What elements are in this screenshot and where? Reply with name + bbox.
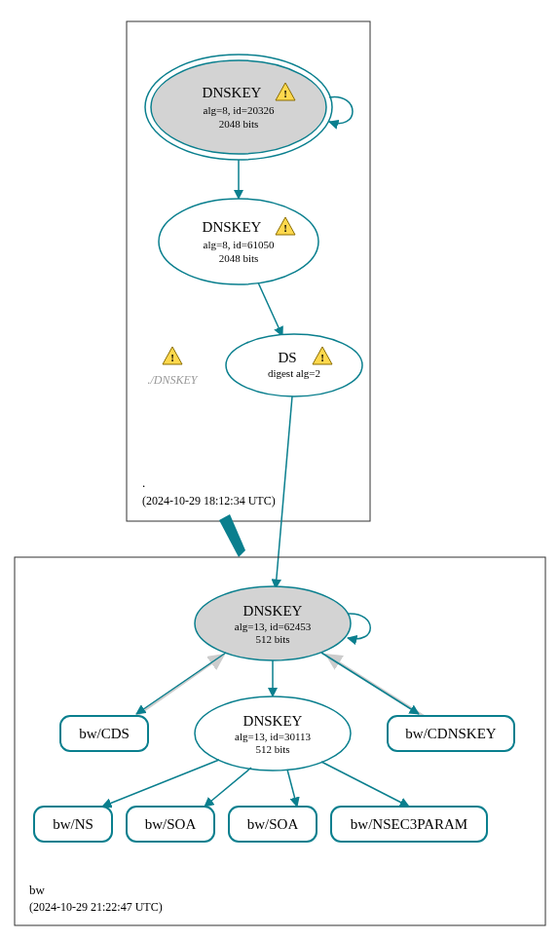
root-zone-name: . bbox=[142, 475, 145, 490]
edge-cdnskey-to-ksk bbox=[326, 655, 424, 716]
root-ksk-node: DNSKEY alg=8, id=20326 2048 bits ! bbox=[145, 55, 332, 160]
root-zsk-node: DNSKEY alg=8, id=61050 2048 bits ! bbox=[159, 199, 318, 284]
bw-ksk-line1: alg=13, id=62453 bbox=[235, 620, 312, 632]
edge-bw-zsk-to-soa2 bbox=[287, 770, 297, 807]
rrset-soa1: bw/SOA bbox=[127, 807, 214, 842]
rrset-cds-label: bw/CDS bbox=[79, 726, 130, 741]
svg-text:!: ! bbox=[320, 352, 324, 363]
edge-bw-ksk-to-cdnskey bbox=[321, 653, 419, 714]
warning-icon: ! bbox=[163, 347, 182, 364]
root-zsk-line1: alg=8, id=61050 bbox=[204, 239, 275, 250]
bw-zsk-line2: 512 bits bbox=[255, 743, 289, 755]
root-ds-line1: digest alg=2 bbox=[268, 367, 320, 379]
rrset-soa2: bw/SOA bbox=[229, 807, 317, 842]
edge-bw-zsk-to-soa1 bbox=[205, 768, 251, 807]
root-zsk-line2: 2048 bits bbox=[219, 252, 259, 264]
svg-text:!: ! bbox=[170, 352, 174, 363]
svg-text:!: ! bbox=[283, 88, 287, 99]
bw-ksk-title: DNSKEY bbox=[243, 603, 303, 619]
root-placeholder-label: ./DNSKEY bbox=[147, 373, 198, 387]
bw-zsk-line1: alg=13, id=30113 bbox=[235, 731, 311, 742]
bw-ksk-line2: 512 bits bbox=[255, 633, 289, 645]
edge-bw-ksk-to-cds bbox=[136, 653, 226, 714]
edge-bw-zsk-to-nsec3param bbox=[321, 762, 409, 807]
bw-zsk-title: DNSKEY bbox=[243, 713, 303, 729]
root-ds-node: DS digest alg=2 ! bbox=[226, 334, 362, 396]
root-ksk-line1: alg=8, id=20326 bbox=[204, 104, 275, 116]
svg-text:!: ! bbox=[283, 222, 287, 234]
edge-ds-to-bw-ksk bbox=[276, 396, 292, 588]
rrset-cdnskey: bw/CDNSKEY bbox=[388, 716, 514, 751]
root-ksk-title: DNSKEY bbox=[203, 85, 262, 100]
rrset-cdnskey-label: bw/CDNSKEY bbox=[405, 726, 497, 741]
root-dnskey-placeholder: ! ./DNSKEY bbox=[147, 347, 198, 387]
rrset-ns-label: bw/NS bbox=[53, 816, 93, 832]
svg-point-5 bbox=[226, 334, 362, 396]
root-ksk-line2: 2048 bits bbox=[219, 118, 259, 130]
bw-ksk-node: DNSKEY alg=13, id=62453 512 bits bbox=[195, 586, 351, 660]
rrset-soa2-label: bw/SOA bbox=[247, 816, 299, 832]
root-zsk-title: DNSKEY bbox=[203, 219, 262, 235]
rrset-ns: bw/NS bbox=[34, 807, 112, 842]
edge-root-zsk-to-ds bbox=[258, 282, 282, 336]
root-zone-ts: (2024-10-29 18:12:34 UTC) bbox=[142, 494, 276, 508]
root-ds-title: DS bbox=[278, 350, 296, 365]
bw-zone-name: bw bbox=[29, 883, 46, 897]
edge-bw-zsk-to-ns bbox=[102, 760, 219, 807]
bw-zone-ts: (2024-10-29 21:22:47 UTC) bbox=[29, 900, 163, 914]
rrset-soa1-label: bw/SOA bbox=[145, 816, 197, 832]
rrset-nsec3param-label: bw/NSEC3PARAM bbox=[351, 816, 467, 832]
rrset-nsec3param: bw/NSEC3PARAM bbox=[331, 807, 487, 842]
rrset-cds: bw/CDS bbox=[60, 716, 148, 751]
